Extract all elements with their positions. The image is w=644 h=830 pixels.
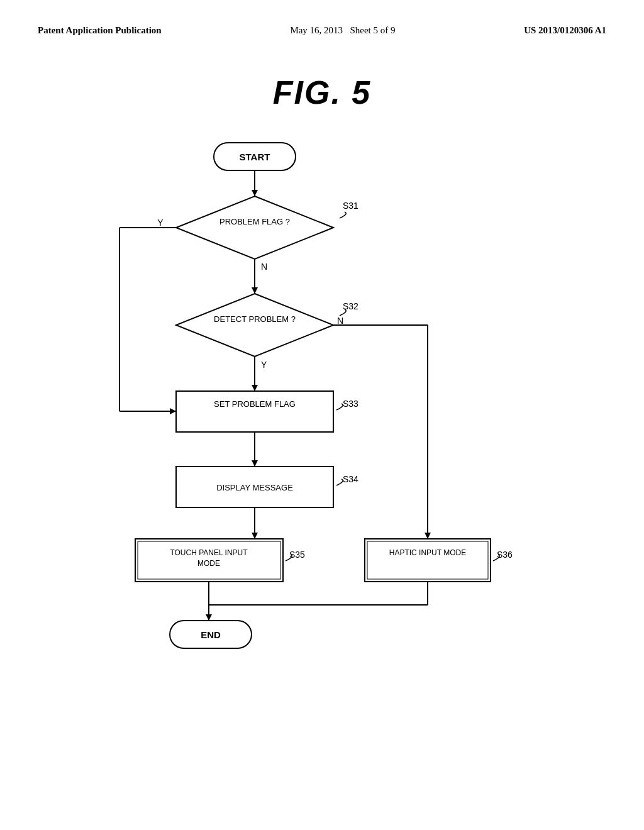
- svg-marker-47: [170, 408, 176, 414]
- svg-text:S35: S35: [289, 550, 305, 560]
- svg-marker-3: [252, 190, 258, 196]
- svg-text:DETECT PROBLEM ?: DETECT PROBLEM ?: [214, 314, 296, 324]
- publication-label: Patent Application Publication: [38, 25, 162, 35]
- sheet-info: Sheet 5 of 9: [350, 25, 395, 35]
- svg-text:END: END: [201, 629, 221, 640]
- publication-date: May 16, 2013: [290, 25, 343, 35]
- svg-text:S31: S31: [343, 201, 358, 211]
- svg-rect-34: [367, 541, 488, 579]
- svg-marker-17: [252, 385, 258, 391]
- svg-text:N: N: [337, 316, 343, 326]
- svg-text:START: START: [240, 152, 270, 162]
- header-center: May 16, 2013 Sheet 5 of 9: [290, 25, 395, 36]
- svg-text:MODE: MODE: [197, 559, 220, 568]
- svg-text:PROBLEM FLAG ?: PROBLEM FLAG ?: [219, 217, 290, 226]
- header-right: US 2013/0120306 A1: [524, 25, 606, 36]
- svg-text:S36: S36: [497, 550, 513, 560]
- flowchart-container: START PROBLEM FLAG ? S31 Y N DETECT PROB…: [0, 124, 644, 784]
- svg-text:S33: S33: [343, 399, 358, 409]
- page-header: Patent Application Publication May 16, 2…: [0, 0, 644, 36]
- svg-text:SET  PROBLEM FLAG: SET PROBLEM FLAG: [214, 399, 296, 409]
- header-left: Patent Application Publication: [38, 25, 162, 36]
- svg-text:Y: Y: [261, 360, 267, 370]
- svg-text:DISPLAY MESSAGE: DISPLAY MESSAGE: [216, 483, 293, 492]
- svg-marker-39: [425, 533, 431, 539]
- svg-rect-18: [176, 391, 333, 432]
- svg-marker-41: [206, 614, 212, 621]
- figure-title: FIG. 5: [0, 74, 644, 111]
- flowchart-svg: START PROBLEM FLAG ? S31 Y N DETECT PROB…: [0, 124, 644, 784]
- svg-text:Y: Y: [157, 218, 164, 228]
- svg-marker-27: [252, 533, 258, 539]
- svg-marker-10: [252, 287, 258, 294]
- svg-text:S34: S34: [343, 474, 358, 484]
- patent-number: US 2013/0120306 A1: [524, 25, 606, 35]
- svg-marker-22: [252, 460, 258, 467]
- svg-text:HAPTIC INPUT MODE: HAPTIC INPUT MODE: [389, 548, 466, 557]
- svg-marker-4: [176, 196, 333, 259]
- svg-marker-11: [176, 294, 333, 357]
- svg-text:TOUCH  PANEL INPUT: TOUCH PANEL INPUT: [170, 548, 248, 557]
- svg-text:N: N: [261, 262, 267, 272]
